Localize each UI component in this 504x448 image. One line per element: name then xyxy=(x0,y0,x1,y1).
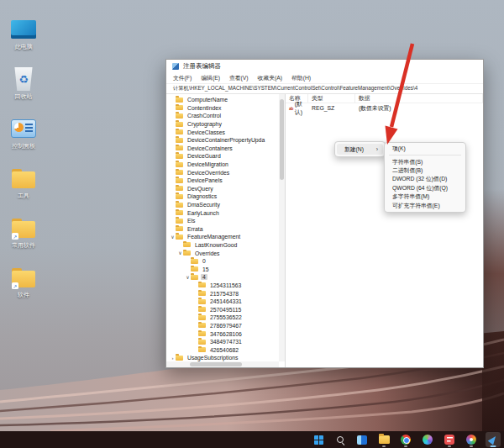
registry-path: 计算机\HKEY_LOCAL_MACHINE\SYSTEM\CurrentCon… xyxy=(173,85,417,92)
menubar-item[interactable]: 查看(V) xyxy=(229,74,249,82)
folder-icon xyxy=(176,219,183,224)
tree-row[interactable]: 3476628106 xyxy=(166,329,279,338)
task-view-icon[interactable] xyxy=(354,432,370,447)
tree-row[interactable]: DeviceMigration xyxy=(166,161,279,169)
tree-row[interactable]: ∨FeatureManagement xyxy=(166,233,279,241)
value-list-rows: ab(默认)REG_SZ(数值未设置) xyxy=(286,103,483,113)
edge-icon[interactable] xyxy=(420,432,435,447)
tree-row[interactable]: LastKnownGood xyxy=(166,241,279,250)
tree-row[interactable]: Diagnostics xyxy=(166,192,279,201)
shortcut-arrow-icon: ↗ xyxy=(12,233,18,240)
registry-editor-icon[interactable] xyxy=(486,432,501,447)
tree-vertical-scrollbar[interactable] xyxy=(279,94,285,361)
folder-icon xyxy=(176,98,183,103)
tree-row[interactable]: 2786979467 xyxy=(166,322,279,330)
tree-row[interactable]: ContentIndex xyxy=(166,104,279,113)
chevron-right-icon[interactable]: › xyxy=(170,356,176,361)
tree-row[interactable]: 3484974731 xyxy=(166,338,279,346)
tree-row[interactable]: ∨Overrides xyxy=(166,249,279,257)
tree-row[interactable]: Errata xyxy=(166,225,279,234)
tree-row[interactable]: DmaSecurity xyxy=(166,201,279,209)
menubar-item[interactable]: 帮助(H) xyxy=(291,74,311,82)
file-explorer-icon[interactable] xyxy=(376,432,391,447)
menu-item-new[interactable]: 新建(N) › xyxy=(337,144,383,155)
desktop-icon[interactable]: 控制面板 xyxy=(2,116,45,166)
folder-icon xyxy=(198,307,206,312)
tree-row[interactable]: 215754378 xyxy=(166,289,279,298)
start-icon[interactable] xyxy=(311,432,326,447)
window-titlebar[interactable]: 注册表编辑器 xyxy=(166,60,483,73)
chevron-down-icon[interactable]: ∨ xyxy=(170,235,176,240)
tree-key-label: DeviceClasses xyxy=(186,129,227,135)
tree-row[interactable]: DeviceGuard xyxy=(166,152,279,161)
tree-key-label: Errata xyxy=(186,226,205,232)
tree-key-label: ComputerName xyxy=(186,97,229,103)
tree-row[interactable]: DevicePanels xyxy=(166,177,279,185)
desktop-icon[interactable]: 此电脑 xyxy=(2,17,45,66)
tree-key-label: DevQuery xyxy=(186,186,215,192)
desktop-icon[interactable]: 工具 xyxy=(2,166,45,215)
tree-row[interactable]: DeviceClasses xyxy=(166,128,279,136)
chrome-icon[interactable] xyxy=(398,432,413,447)
tree-row[interactable]: DevQuery xyxy=(166,185,279,193)
tree-row[interactable]: Els xyxy=(166,217,279,225)
running-indicator xyxy=(470,445,473,447)
submenu-item[interactable]: 多字符串值(M) xyxy=(385,192,465,201)
desktop-icon[interactable]: ↗软件 xyxy=(2,265,45,314)
folder-icon xyxy=(9,166,38,191)
tree-key-label: 2786979467 xyxy=(208,323,244,329)
tree-key-label: DeviceContainers xyxy=(186,145,234,151)
column-header[interactable]: 数据 xyxy=(355,94,483,103)
tree-row[interactable]: 1254311563 xyxy=(166,282,279,290)
submenu-item[interactable]: DWORD (32 位)值(D) xyxy=(385,175,465,183)
tree-row[interactable]: Cryptography xyxy=(166,120,279,129)
tree-key-label: 2755536522 xyxy=(208,314,244,320)
tree-row[interactable]: DeviceContainers xyxy=(166,145,279,153)
chevron-down-icon[interactable]: ∨ xyxy=(177,250,183,256)
menubar-item[interactable]: 收藏夹(A) xyxy=(258,74,282,82)
tree-row[interactable]: ∨4 xyxy=(166,273,279,282)
desktop-icon[interactable]: 回收站 xyxy=(2,66,45,116)
chevron-down-icon[interactable]: ∨ xyxy=(185,275,191,280)
scrollbar-thumb[interactable] xyxy=(190,362,242,366)
tree-row[interactable]: 426540682 xyxy=(166,345,279,354)
tree-row[interactable]: ›UsageSubscriptions xyxy=(166,354,279,361)
tree-row[interactable]: ComputerName xyxy=(166,96,279,104)
tree-row[interactable]: 15 xyxy=(166,265,279,273)
tree-horizontal-scrollbar[interactable] xyxy=(166,361,279,367)
value-list-panel: 名称类型数据 ab(默认)REG_SZ(数值未设置) xyxy=(286,94,483,367)
column-header[interactable]: 类型 xyxy=(308,94,355,103)
tree-row[interactable]: DeviceOverrides xyxy=(166,168,279,177)
regedit-app-icon xyxy=(172,63,179,70)
tree-key-label: 426540682 xyxy=(208,347,240,353)
scrollbar-thumb[interactable] xyxy=(280,99,284,180)
menubar-item[interactable]: 文件(F) xyxy=(173,74,192,82)
tree-row[interactable]: CrashControl xyxy=(166,112,279,120)
menubar-item[interactable]: 编辑(E) xyxy=(201,74,220,82)
tree-key-label: 2570495115 xyxy=(208,307,243,313)
paint-icon[interactable] xyxy=(464,432,479,447)
folder-icon xyxy=(191,259,198,264)
submenu-item[interactable]: 可扩充字符串值(E) xyxy=(385,201,465,209)
registry-tree: ComputerNameContentIndexCrashControlCryp… xyxy=(166,96,279,361)
app-red-icon[interactable] xyxy=(442,432,457,447)
submenu-item[interactable]: QWORD (64 位)值(Q) xyxy=(385,184,465,192)
tree-key-label: CrashControl xyxy=(186,113,223,119)
submenu-item[interactable]: 字符串值(S) xyxy=(385,157,465,166)
tree-row[interactable]: DeviceContainerPropertyUpda xyxy=(166,136,279,145)
tree-row[interactable]: 2755536522 xyxy=(166,314,279,322)
search-icon[interactable] xyxy=(333,432,348,447)
tree-row[interactable]: 2570495115 xyxy=(166,305,279,314)
tree-row[interactable]: 2451464331 xyxy=(166,298,279,306)
tree-key-label: DeviceOverrides xyxy=(186,170,231,176)
folder-icon xyxy=(176,235,183,240)
submenu-item[interactable]: 项(K) xyxy=(385,145,465,153)
value-row[interactable]: ab(默认)REG_SZ(数值未设置) xyxy=(286,103,483,113)
tree-row[interactable]: 0 xyxy=(166,257,279,266)
tree-row[interactable]: EarlyLaunch xyxy=(166,208,279,217)
submenu-item[interactable]: 二进制值(B) xyxy=(385,166,465,175)
context-menu: 新建(N) › xyxy=(334,141,386,157)
desktop-icon[interactable]: ↗常用软件 xyxy=(2,215,45,265)
shortcut-arrow-icon: ↗ xyxy=(12,282,18,289)
address-bar[interactable]: 计算机\HKEY_LOCAL_MACHINE\SYSTEM\CurrentCon… xyxy=(166,83,483,94)
